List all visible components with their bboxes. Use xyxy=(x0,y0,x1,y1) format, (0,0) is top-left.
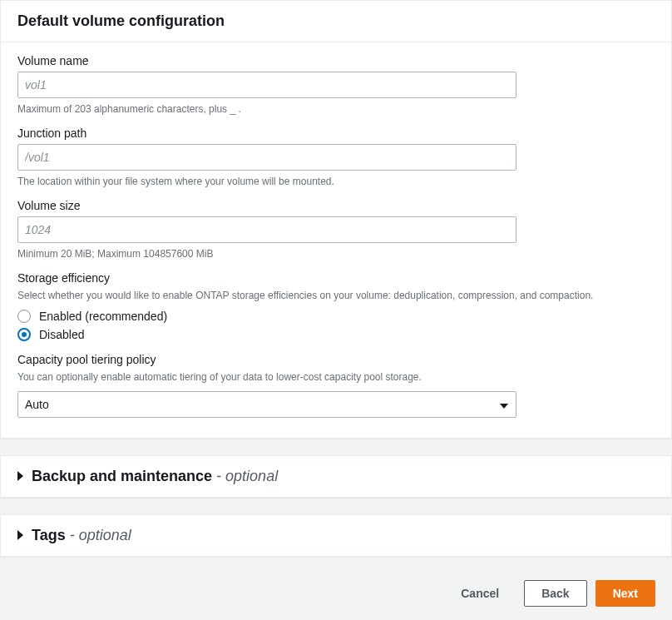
storage-efficiency-label: Storage efficiency xyxy=(17,271,655,285)
volume-name-group: Volume name Maximum of 203 alphanumeric … xyxy=(17,54,655,115)
cancel-button[interactable]: Cancel xyxy=(444,580,516,607)
radio-dot-icon xyxy=(22,332,27,337)
junction-path-label: Junction path xyxy=(17,126,655,140)
tags-title: Tags - optional xyxy=(32,527,131,544)
junction-path-input[interactable] xyxy=(17,144,516,171)
storage-efficiency-enabled-radio[interactable]: Enabled (recommended) xyxy=(17,310,655,323)
tiering-policy-help: You can optionally enable automatic tier… xyxy=(17,370,655,384)
tiering-policy-select[interactable]: Auto xyxy=(17,391,516,418)
radio-label-enabled: Enabled (recommended) xyxy=(39,310,167,323)
storage-efficiency-group: Storage efficiency Select whether you wo… xyxy=(17,271,655,341)
radio-label-disabled: Disabled xyxy=(39,328,84,341)
panel-body: Volume name Maximum of 203 alphanumeric … xyxy=(1,42,671,438)
backup-maintenance-header[interactable]: Backup and maintenance - optional xyxy=(1,456,671,497)
volume-size-group: Volume size Minimum 20 MiB; Maximum 1048… xyxy=(17,199,655,260)
caret-right-icon xyxy=(17,471,23,481)
tiering-policy-group: Capacity pool tiering policy You can opt… xyxy=(17,353,655,418)
panel-title: Default volume configuration xyxy=(1,1,671,42)
volume-name-label: Volume name xyxy=(17,54,655,67)
back-button[interactable]: Back xyxy=(524,580,586,607)
footer-buttons: Cancel Back Next xyxy=(0,573,672,615)
volume-name-help: Maximum of 203 alphanumeric characters, … xyxy=(17,103,655,115)
storage-efficiency-disabled-radio[interactable]: Disabled xyxy=(17,328,655,341)
volume-size-label: Volume size xyxy=(17,199,655,212)
backup-maintenance-section[interactable]: Backup and maintenance - optional xyxy=(0,455,672,498)
radio-icon-selected xyxy=(17,328,31,341)
volume-name-input[interactable] xyxy=(17,72,516,98)
volume-size-input[interactable] xyxy=(17,216,516,243)
volume-config-panel: Default volume configuration Volume name… xyxy=(0,0,672,439)
tiering-policy-value: Auto xyxy=(25,398,49,411)
optional-suffix: - optional xyxy=(70,527,131,543)
volume-size-help: Minimum 20 MiB; Maximum 104857600 MiB xyxy=(17,248,655,260)
storage-efficiency-help: Select whether you would like to enable … xyxy=(17,289,655,303)
backup-maintenance-title: Backup and maintenance - optional xyxy=(32,468,278,485)
radio-icon xyxy=(17,310,31,323)
next-button[interactable]: Next xyxy=(595,580,655,607)
junction-path-group: Junction path The location within your f… xyxy=(17,126,655,187)
tiering-policy-label: Capacity pool tiering policy xyxy=(17,353,655,366)
optional-suffix: - optional xyxy=(216,468,278,484)
caret-right-icon xyxy=(17,530,23,540)
tags-section[interactable]: Tags - optional xyxy=(0,514,672,557)
tags-header[interactable]: Tags - optional xyxy=(1,515,671,556)
junction-path-help: The location within your file system whe… xyxy=(17,176,655,187)
